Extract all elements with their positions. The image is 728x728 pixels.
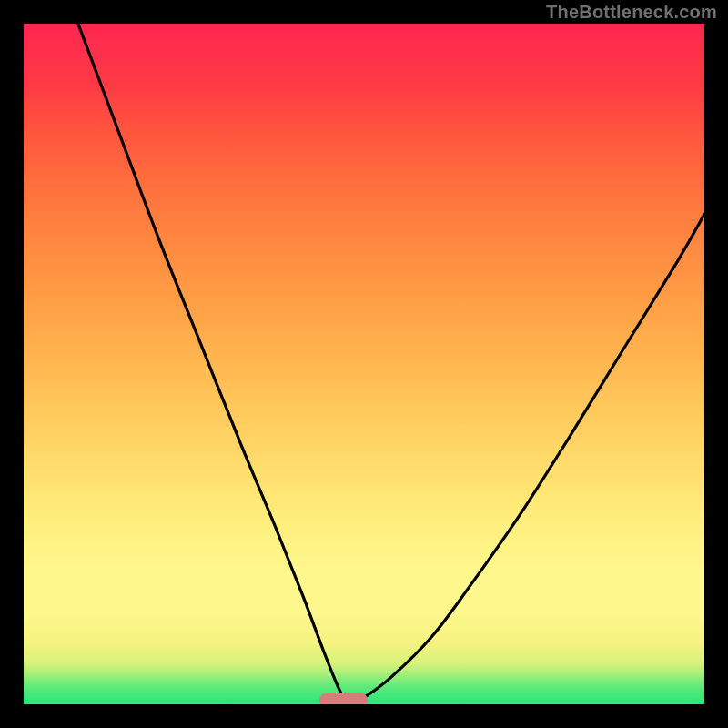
plot-area	[24, 24, 704, 704]
watermark-text: TheBottleneck.com	[546, 2, 717, 23]
curve-path	[78, 24, 704, 704]
trough-marker	[319, 693, 367, 704]
bottleneck-curve	[24, 24, 704, 704]
chart-frame: TheBottleneck.com	[0, 0, 728, 728]
